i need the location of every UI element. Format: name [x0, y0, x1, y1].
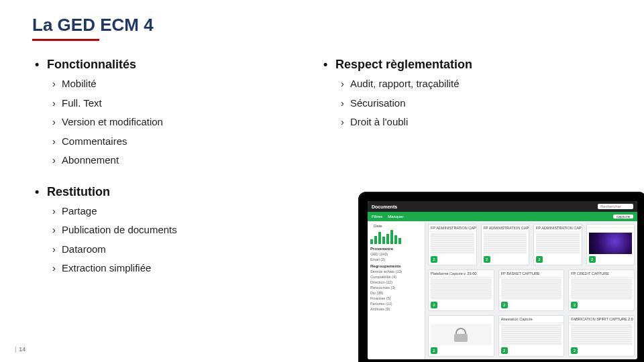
search-input[interactable]: Rechercher — [598, 204, 633, 209]
list-item: Commentaires — [62, 132, 302, 152]
document-card[interactable]: FP ADMINISTRATION CAPTURE2 — [428, 224, 477, 265]
sidebar-item[interactable]: GED (243) — [370, 251, 422, 257]
date-histogram — [370, 229, 422, 244]
hide-button[interactable]: Masquer — [388, 215, 403, 219]
list-fonctionnalites: Mobilité Full. Text Version et modificat… — [62, 74, 302, 170]
card-badge: 2 — [571, 347, 578, 354]
sidebar-item[interactable]: Email (2) — [370, 257, 422, 262]
list-item: Full. Text — [62, 94, 302, 113]
card-badge: 2 — [501, 302, 508, 308]
card-badge: 2 — [589, 256, 596, 263]
document-card[interactable]: FP ADMINISTRATION CAPTURE2 — [481, 224, 530, 265]
sidebar-item[interactable]: Factures (11) — [370, 301, 422, 306]
list-item: Mobilité — [62, 74, 302, 94]
sidebar-label-regroupements: Regroupements — [370, 264, 422, 268]
sidebar: Date Provenance GED (243) Email (2) Regr… — [368, 221, 425, 359]
card-badge: 2 — [431, 302, 437, 308]
list-item: Droit à l'oubli — [350, 113, 604, 132]
laptop-screen: Documents Rechercher Filtres Masquer cap… — [368, 201, 637, 359]
sidebar-item[interactable]: Div (38) — [370, 290, 422, 296]
list-item: Partage — [62, 202, 302, 221]
sidebar-item[interactable]: Comptabilité (4) — [370, 274, 422, 280]
slide-title: La GED ECM 4 — [32, 15, 154, 36]
card-badge: 2 — [536, 256, 543, 263]
list-item: Publication de documents — [62, 221, 302, 240]
heading-fonctionnalites: Fonctionnalités — [47, 58, 302, 72]
page-number: |14 — [15, 346, 25, 353]
list-reglementation: Audit, rapport, traçabilité Sécurisation… — [350, 74, 604, 132]
document-card[interactable]: FP CREDIT CAPTURE2 — [568, 269, 635, 311]
document-card[interactable]: FABRICATION SPIRIT CAPTURE 2.02 — [568, 315, 635, 357]
sidebar-item[interactable]: Finances (5) — [370, 296, 422, 301]
date-pill[interactable]: Date — [370, 224, 422, 228]
document-card[interactable]: Plateforme Capture v. 29.002 — [428, 269, 494, 311]
card-badge: 2 — [431, 256, 437, 263]
document-card[interactable]: FP ADMINISTRATION CAPTURE2 — [533, 224, 582, 265]
list-restitution: Partage Publication de documents Dataroo… — [62, 202, 302, 278]
card-badge: 2 — [501, 347, 508, 354]
document-card-locked[interactable]: 2 — [428, 315, 494, 357]
sidebar-label-provenance: Provenance — [370, 247, 422, 251]
document-card[interactable]: Attestation Capture2 — [498, 315, 565, 357]
card-badge: 2 — [431, 347, 437, 354]
list-item: Audit, rapport, traçabilité — [350, 74, 604, 94]
app-title: Documents — [372, 204, 397, 209]
card-badge: 2 — [484, 256, 490, 263]
title-underline — [32, 39, 99, 41]
laptop-mockup: Documents Rechercher Filtres Masquer cap… — [358, 192, 644, 362]
sidebar-item[interactable]: Archives (9) — [370, 306, 422, 312]
lock-icon — [454, 328, 468, 343]
sidebar-item[interactable]: Service achats (13) — [370, 269, 422, 274]
document-grid: FP ADMINISTRATION CAPTURE2 FP ADMINISTRA… — [425, 221, 637, 359]
sidebar-item[interactable]: Direction (12) — [370, 280, 422, 285]
document-card[interactable]: 2 — [586, 224, 635, 265]
document-card[interactable]: FP BASKET CAPTURE2 — [498, 269, 565, 311]
filter-bar: Filtres Masquer capture — [368, 212, 637, 221]
list-item: Extraction simplifiée — [62, 259, 302, 278]
list-item: Sécurisation — [350, 94, 604, 113]
heading-restitution: Restitution — [47, 185, 302, 199]
sidebar-item[interactable]: Ressources (3) — [370, 285, 422, 290]
card-badge: 2 — [571, 302, 578, 308]
list-item: Abonnement — [62, 151, 302, 170]
list-item: Version et modification — [62, 113, 302, 132]
list-item: Dataroom — [62, 240, 302, 259]
app-topbar: Documents Rechercher — [368, 201, 637, 212]
heading-reglementation: Respect règlementation — [335, 58, 604, 72]
filter-label[interactable]: Filtres — [372, 215, 382, 219]
filter-pill[interactable]: capture — [613, 215, 633, 219]
